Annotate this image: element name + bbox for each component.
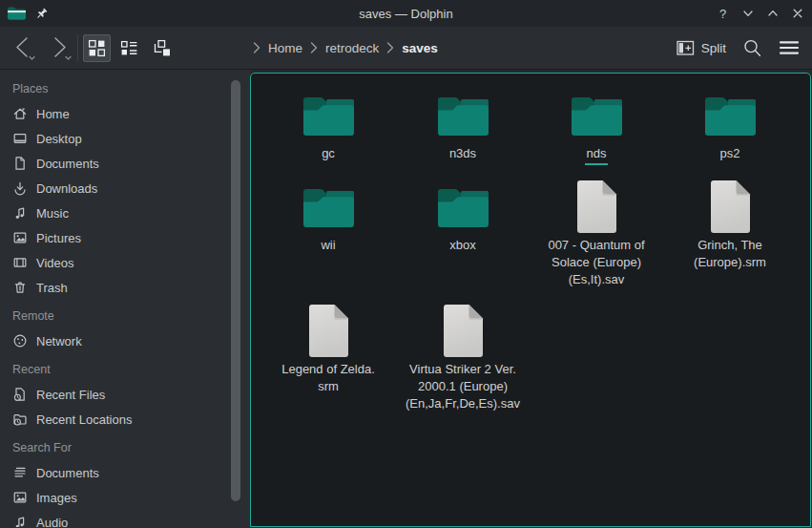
toolbar: Home retrodeck saves Split	[0, 27, 812, 70]
item-label: Virtua Striker 2 Ver. 2000.1 (Europe) (E…	[404, 361, 522, 412]
sidebar-item-recent-locations[interactable]: Recent Locations	[0, 407, 250, 432]
forward-dropdown-caret	[66, 57, 71, 60]
sidebar-item-search-audio[interactable]: Audio	[0, 510, 250, 527]
breadcrumb-home[interactable]: Home	[263, 41, 307, 55]
split-label: Split	[701, 41, 726, 55]
icons-view-button[interactable]	[83, 34, 111, 62]
section-header-places: Places	[0, 76, 250, 101]
sidebar-item-search-images[interactable]: Images	[0, 485, 250, 510]
sidebar-item-label: Home	[36, 107, 70, 121]
folder-icon	[570, 93, 624, 137]
sidebar-item-label: Audio	[36, 516, 68, 528]
details-view-icon	[120, 39, 138, 57]
item-label: n3ds	[448, 145, 478, 162]
breadcrumb-saves[interactable]: saves	[397, 41, 443, 55]
folder-item-wii[interactable]: wii	[261, 179, 395, 254]
image-icon	[12, 230, 28, 245]
section-header-search-for: Search For	[0, 435, 250, 460]
back-dropdown-caret	[30, 57, 34, 60]
file-icon	[574, 180, 618, 234]
folder-item-ps2[interactable]: ps2	[663, 87, 797, 162]
home-icon	[12, 106, 28, 121]
file-item-007-quantum-of-solace[interactable]: 007 - Quantum of Solace (Europe) (Es,It)…	[530, 179, 663, 288]
file-item-legend-of-zelda[interactable]: Legend of Zelda. srm	[261, 303, 395, 395]
help-button[interactable]: ?	[717, 8, 729, 20]
music-note-icon	[12, 205, 28, 221]
maximize-button[interactable]	[766, 8, 779, 20]
file-icon	[306, 304, 350, 358]
folder-item-gc[interactable]: gc	[261, 87, 395, 162]
music-note-icon	[12, 515, 28, 527]
details-view-button[interactable]	[115, 34, 143, 62]
search-icon	[742, 38, 762, 58]
tree-view-button[interactable]	[148, 34, 176, 62]
pin-icon[interactable]	[34, 7, 49, 21]
download-icon	[12, 180, 28, 196]
sidebar-item-desktop[interactable]: Desktop	[0, 126, 250, 151]
item-label: nds	[585, 145, 609, 165]
item-label: 007 - Quantum of Solace (Europe) (Es,It)…	[546, 237, 646, 288]
sidebar-item-documents[interactable]: Documents	[0, 151, 250, 176]
section-header-recent: Recent	[0, 357, 250, 382]
sidebar-item-label: Documents	[36, 466, 99, 480]
folder-icon	[703, 93, 758, 137]
forward-button[interactable]	[46, 35, 74, 61]
folder-icon	[302, 184, 356, 228]
sidebar-item-search-documents[interactable]: Documents	[0, 460, 250, 485]
breadcrumb-retrodeck[interactable]: retrodeck	[321, 41, 384, 55]
sidebar-scrollbar[interactable]	[231, 80, 240, 501]
breadcrumb: Home retrodeck saves	[250, 27, 443, 69]
image-icon	[12, 490, 28, 505]
file-view[interactable]: gc n3ds nds ps2 wii xbox	[250, 73, 811, 527]
icons-view-icon	[88, 39, 106, 57]
back-button[interactable]	[10, 35, 38, 61]
folder-icon	[436, 184, 490, 228]
sidebar-item-network[interactable]: Network	[0, 328, 250, 353]
close-button[interactable]	[791, 8, 803, 20]
folder-item-n3ds[interactable]: n3ds	[396, 87, 530, 162]
text-lines-icon	[12, 465, 28, 480]
network-icon	[12, 333, 28, 348]
item-label: Grinch, The (Europe).srm	[692, 237, 768, 271]
folder-item-xbox[interactable]: xbox	[396, 179, 530, 254]
sidebar-item-pictures[interactable]: Pictures	[0, 225, 250, 250]
folder-icon	[302, 93, 356, 137]
hamburger-menu-button[interactable]	[779, 39, 800, 56]
sidebar-item-downloads[interactable]: Downloads	[0, 176, 250, 201]
folder-item-nds[interactable]: nds	[530, 87, 663, 165]
sidebar-item-music[interactable]: Music	[0, 201, 250, 225]
video-icon	[12, 255, 28, 270]
sidebar-item-home[interactable]: Home	[0, 101, 250, 126]
split-button[interactable]: Split	[677, 40, 726, 56]
sidebar-item-label: Recent Locations	[36, 412, 132, 427]
document-icon	[12, 156, 28, 171]
sidebar-item-label: Trash	[36, 281, 68, 295]
file-icon	[708, 180, 752, 234]
item-label: ps2	[718, 145, 742, 162]
sidebar-item-label: Documents	[36, 157, 99, 171]
recent-files-icon	[12, 387, 28, 402]
titlebar[interactable]: saves — Dolphin ?	[0, 0, 812, 27]
item-label: gc	[320, 145, 337, 162]
file-item-grinch-the[interactable]: Grinch, The (Europe).srm	[663, 179, 797, 271]
section-header-remote: Remote	[0, 304, 250, 328]
chevron-right-icon	[384, 42, 397, 53]
tree-view-icon	[153, 39, 172, 57]
sidebar-item-label: Recent Files	[36, 388, 105, 402]
sidebar-item-label: Images	[36, 491, 77, 505]
sidebar-item-trash[interactable]: Trash	[0, 275, 250, 300]
folder-icon	[436, 93, 490, 137]
search-button[interactable]	[742, 38, 762, 58]
sidebar-item-label: Downloads	[36, 181, 97, 196]
sidebar-item-recent-files[interactable]: Recent Files	[0, 382, 250, 407]
minimize-button[interactable]	[741, 8, 754, 20]
places-panel: Places Home Desktop	[0, 70, 250, 527]
split-view-icon	[677, 40, 695, 56]
item-label: xbox	[448, 237, 477, 254]
sidebar-item-label: Desktop	[36, 132, 82, 146]
sidebar-item-label: Network	[36, 334, 82, 348]
sidebar-item-label: Pictures	[36, 231, 81, 245]
file-item-virtua-striker-2[interactable]: Virtua Striker 2 Ver. 2000.1 (Europe) (E…	[396, 303, 530, 412]
item-label: wii	[319, 237, 337, 254]
sidebar-item-videos[interactable]: Videos	[0, 250, 250, 275]
